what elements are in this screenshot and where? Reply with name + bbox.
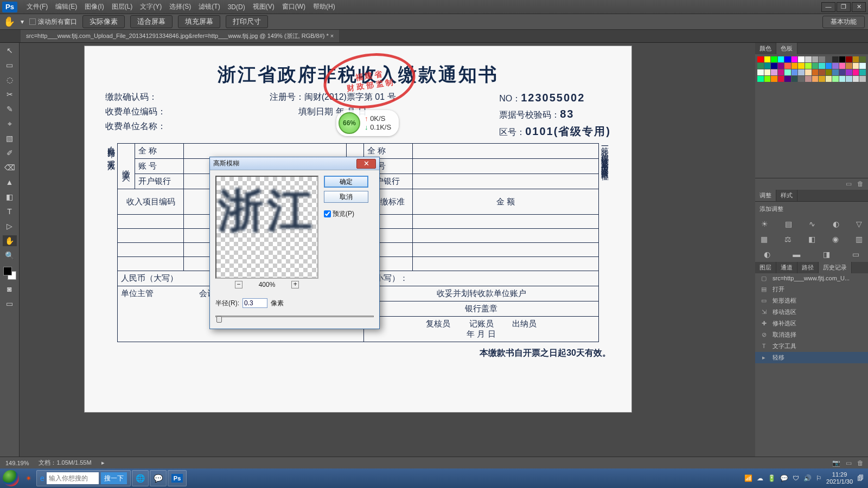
radius-slider[interactable] — [215, 316, 374, 323]
swatch[interactable] — [832, 76, 839, 82]
swatch[interactable] — [812, 56, 819, 62]
swatch[interactable] — [798, 76, 805, 82]
quick-mask-icon[interactable]: ◙ — [3, 284, 17, 294]
swatch[interactable] — [832, 63, 839, 69]
marquee-tool[interactable]: ▭ — [3, 60, 17, 70]
tab-adjustments[interactable]: 调整 — [755, 190, 776, 201]
tab-color[interactable]: 颜色 — [755, 43, 776, 54]
channel-mixer-icon[interactable]: ▥ — [856, 235, 863, 243]
swatch[interactable] — [812, 63, 819, 69]
tab-history[interactable]: 历史记录 — [819, 262, 852, 273]
swatch[interactable] — [778, 76, 784, 82]
history-item[interactable]: ✚修补选区 — [755, 318, 868, 329]
tray-icon[interactable]: 📶 — [744, 474, 752, 482]
canvas-area[interactable]: 福 建 省 财 政 部 监 制 浙江省政府非税收入缴款通知书 缴款确认码： 收费… — [20, 43, 755, 468]
tray-icon[interactable]: 💬 — [780, 474, 788, 482]
swatch[interactable] — [853, 76, 859, 82]
swatch[interactable] — [819, 69, 825, 75]
gradient-map-icon[interactable]: ▭ — [852, 250, 859, 259]
scroll-all-checkbox[interactable] — [29, 18, 36, 25]
preview-checkbox[interactable]: 预览(P) — [324, 209, 368, 219]
swatch[interactable] — [792, 69, 798, 75]
swatch[interactable] — [798, 69, 805, 75]
swatch[interactable] — [757, 76, 764, 82]
search-input[interactable] — [47, 472, 99, 484]
swatch[interactable] — [778, 69, 784, 75]
menu-3d[interactable]: 3D(D) — [224, 3, 249, 11]
screen-mode-icon[interactable]: ▭ — [3, 298, 17, 309]
swatch[interactable] — [771, 69, 777, 75]
history-item[interactable]: ⊘取消选择 — [755, 329, 868, 341]
crop-tool[interactable]: ✂ — [3, 89, 17, 100]
swatch[interactable] — [771, 63, 777, 69]
history-item[interactable]: ▤打开 — [755, 284, 868, 295]
swatch[interactable] — [819, 56, 825, 62]
swatch[interactable] — [826, 69, 832, 75]
bw-icon[interactable]: ◧ — [808, 235, 815, 243]
hand-tool[interactable]: ✋ — [3, 235, 17, 246]
tab-layers[interactable]: 图层 — [755, 262, 776, 273]
stamp-tool[interactable]: ✐ — [3, 147, 17, 158]
swatch[interactable] — [784, 76, 791, 82]
menu-view[interactable]: 视图(V) — [249, 2, 278, 11]
swatch[interactable] — [784, 56, 791, 62]
swatch[interactable] — [812, 69, 819, 75]
pen-tool[interactable]: ◧ — [3, 191, 17, 202]
radius-input[interactable] — [242, 298, 267, 308]
delete-swatch-icon[interactable]: 🗑 — [857, 180, 864, 188]
dropdown-icon[interactable]: ▾ — [21, 18, 24, 25]
dialog-titlebar[interactable]: 高斯模糊 ✕ — [210, 157, 379, 170]
minimize-button[interactable]: — — [821, 2, 835, 12]
swatch[interactable] — [784, 63, 791, 69]
swatch[interactable] — [846, 56, 852, 62]
swatch[interactable] — [839, 63, 846, 69]
tray-icon[interactable]: 🛡 — [793, 474, 799, 482]
swatch[interactable] — [859, 63, 866, 69]
swatch[interactable] — [805, 69, 812, 75]
posterize-icon[interactable]: ▬ — [793, 250, 800, 259]
tab-styles[interactable]: 样式 — [776, 190, 797, 201]
start-button[interactable] — [0, 468, 22, 488]
maximize-button[interactable]: ❐ — [837, 2, 851, 12]
exposure-icon[interactable]: ◐ — [833, 220, 839, 228]
print-size-button[interactable]: 打印尺寸 — [226, 15, 268, 28]
swatch[interactable] — [839, 76, 846, 82]
swatch[interactable] — [826, 56, 832, 62]
blur-preview[interactable]: 浙江 — [215, 176, 318, 279]
swatch[interactable] — [757, 69, 764, 75]
swatch[interactable] — [846, 76, 852, 82]
swatch[interactable] — [798, 63, 805, 69]
dialog-close-button[interactable]: ✕ — [356, 159, 376, 169]
status-zoom[interactable]: 149.19% — [5, 460, 29, 466]
type-tool[interactable]: T — [3, 206, 17, 217]
taskbar-app-1[interactable]: ✴ — [22, 470, 35, 486]
history-source[interactable]: ▢src=http___www.fjtj.com_U... — [755, 273, 868, 284]
menu-edit[interactable]: 编辑(E) — [52, 2, 81, 11]
swatch[interactable] — [859, 69, 866, 75]
swatch[interactable] — [792, 63, 798, 69]
lasso-tool[interactable]: ◌ — [3, 74, 17, 85]
snapshot-icon[interactable]: 📷 — [832, 459, 840, 467]
tray-clock[interactable]: 11:292021/1/30 — [826, 471, 853, 485]
cancel-button[interactable]: 取消 — [324, 191, 368, 203]
brush-tool[interactable]: ▧ — [3, 133, 17, 144]
path-tool[interactable]: ▷ — [3, 221, 17, 232]
swatch[interactable] — [819, 76, 825, 82]
workspace-switcher[interactable]: 基本功能 — [822, 16, 865, 28]
eraser-tool[interactable]: ⌫ — [3, 162, 17, 173]
new-state-icon[interactable]: ▭ — [846, 459, 852, 467]
hue-icon[interactable]: ▦ — [761, 235, 768, 243]
menu-type[interactable]: 文字(Y) — [136, 2, 165, 11]
taskbar-photoshop[interactable]: Ps — [168, 470, 187, 486]
menu-file[interactable]: 文件(F) — [23, 2, 52, 11]
swatch[interactable] — [826, 63, 832, 69]
brightness-icon[interactable]: ☀ — [761, 220, 768, 228]
threshold-icon[interactable]: ◨ — [823, 250, 830, 259]
new-swatch-icon[interactable]: ▭ — [846, 180, 852, 188]
swatch[interactable] — [757, 56, 764, 62]
close-button[interactable]: ✕ — [852, 2, 866, 12]
swatch[interactable] — [839, 69, 846, 75]
swatch[interactable] — [764, 76, 771, 82]
move-tool[interactable]: ↖ — [3, 45, 17, 56]
swatch[interactable] — [853, 56, 859, 62]
